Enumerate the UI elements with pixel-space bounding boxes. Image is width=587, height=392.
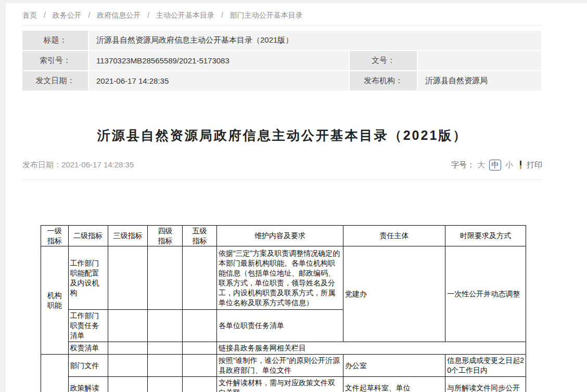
breadcrumb-separator: / xyxy=(147,11,149,19)
font-size-large-button[interactable]: 大 xyxy=(477,160,485,170)
header-level2-indicator: 二级指标 xyxy=(68,226,108,246)
document-meta-table: 标题： 沂源县自然资源局政府信息主动公开基本目录（2021版） 索引号： 113… xyxy=(22,31,542,92)
publish-date-label: 发布日期： xyxy=(22,160,61,169)
empty-cell xyxy=(148,246,183,310)
empty-cell xyxy=(108,355,148,377)
breadcrumb-separator: / xyxy=(221,11,223,19)
cell-row1-indicator2: 工作部门职能配置及内设机构 xyxy=(68,246,108,310)
breadcrumb: 首页 / 政务公开 / 政府信息公开 / 主动公开基本目录 / 部门主动公开基本… xyxy=(22,9,587,21)
meta-row-index: 索引号： 11370323MB28565589/2021-5173083 文号： xyxy=(22,51,542,71)
cell-row4-content: 按照“谁制作，谁公开”的原则公开沂源县政府部门、单位文件 xyxy=(216,355,343,377)
header-level4-indicator: 四级 指标 xyxy=(148,226,183,246)
header-responsible-body: 责任主体 xyxy=(343,226,445,246)
catalog-header-row: 一级 指标 二级指标 三级指标 四级 指标 五级 指标 维护内容及要求 责任主体… xyxy=(41,226,526,246)
empty-cell xyxy=(183,246,217,310)
breadcrumb-basic-catalog[interactable]: 主动公开基本目录 xyxy=(156,11,214,19)
page-left-margin xyxy=(0,0,6,392)
cell-row1-content: 依据“三定”方案及职责调整情况确定的本部门最新机构职能。各单位机构职能信息（包括… xyxy=(216,246,343,310)
font-size-controls: 字号： 大 中 小 打印 xyxy=(451,160,542,171)
cell-row5-responsible: 文件起草科室、单位 xyxy=(343,377,445,392)
meta-date-value: 2021-06-17 14:28:35 xyxy=(89,71,350,92)
meta-index-value: 11370323MB28565589/2021-5173083 xyxy=(89,51,350,71)
cell-row4-deadline: 信息形成或变更之日起20个工作日内 xyxy=(445,355,526,377)
page-title: 沂源县自然资源局政府信息主动公开基本目录（2021版） xyxy=(22,127,542,144)
publish-date: 发布日期：2021-06-17 14:28:35 xyxy=(22,160,134,170)
cell-row1-responsible: 党建办 xyxy=(343,246,445,342)
empty-cell xyxy=(148,377,183,392)
header-maintenance-content: 维护内容及要求 xyxy=(216,226,343,246)
empty-cell xyxy=(183,377,217,392)
meta-date-label: 发文日期： xyxy=(22,71,89,92)
header-level5-indicator: 五级 指标 xyxy=(183,226,217,246)
font-size-medium-button[interactable]: 中 xyxy=(489,160,501,171)
meta-agency-label: 发布机构： xyxy=(350,71,418,92)
publish-date-value: 2021-06-17 14:28:35 xyxy=(61,160,134,169)
cell-row5-content: 文件解读材料，需与对应政策文件双向关联 xyxy=(216,377,343,392)
meta-title-label: 标题： xyxy=(22,31,89,51)
meta-row-date: 发文日期： 2021-06-17 14:28:35 发布机构： 沂源县自然资源局 xyxy=(22,71,542,92)
cell-row2-indicator2: 工作部门职责任务清单 xyxy=(68,310,108,342)
breadcrumb-dept-catalog[interactable]: 部门主动公开基本目录 xyxy=(230,11,303,19)
empty-cell xyxy=(183,342,217,355)
breadcrumb-divider xyxy=(22,25,542,25)
breadcrumb-home[interactable]: 首页 xyxy=(22,11,37,19)
meta-index-label: 索引号： xyxy=(22,51,89,71)
header-time-limit: 时限要求及方式 xyxy=(445,226,526,246)
catalog-table: 一级 指标 二级指标 三级指标 四级 指标 五级 指标 维护内容及要求 责任主体… xyxy=(41,225,526,392)
header-level3-indicator: 三级指标 xyxy=(108,226,148,246)
empty-cell xyxy=(183,310,217,342)
font-size-small-button[interactable]: 小 xyxy=(505,160,513,170)
empty-cell xyxy=(108,310,148,342)
table-row: 部门文件 按照“谁制作，谁公开”的原则公开沂源县政府部门、单位文件 办公室 信息… xyxy=(41,355,526,377)
font-size-label: 字号： xyxy=(451,160,475,170)
empty-cell xyxy=(148,342,183,355)
table-row: 机构 职能 工作部门职能配置及内设机构 依据“三定”方案及职责调整情况确定的本部… xyxy=(41,246,526,310)
meta-docnum-label: 文号： xyxy=(350,51,418,71)
empty-cell xyxy=(108,377,148,392)
breadcrumb-separator: / xyxy=(88,11,91,19)
cell-row5-deadline: 与所解读文件同步公开 xyxy=(445,377,526,392)
cell-level1-org-functions: 机构 职能 xyxy=(41,246,69,355)
publish-info-bar: 发布日期：2021-06-17 14:28:35 字号： 大 中 小 打印 xyxy=(22,159,542,171)
meta-row-title: 标题： 沂源县自然资源局政府信息主动公开基本目录（2021版） xyxy=(22,31,542,51)
breadcrumb-gov-info-disclosure[interactable]: 政府信息公开 xyxy=(97,11,141,19)
cell-row3-content: 链接县政务服务网相关栏目 xyxy=(216,342,526,355)
content-panel: 首页 / 政务公开 / 政府信息公开 / 主动公开基本目录 / 部门主动公开基本… xyxy=(6,3,587,392)
empty-cell xyxy=(108,342,148,355)
table-row: 政策解读 文件解读材料，需与对应政策文件双向关联 文件起草科室、单位 与所解读文… xyxy=(41,377,526,392)
table-row: 权责清单 链接县政务服务网相关栏目 xyxy=(41,342,526,355)
cell-row2-content: 各单位职责任务清单 xyxy=(216,310,343,342)
meta-title-value: 沂源县自然资源局政府信息主动公开基本目录（2021版） xyxy=(89,31,542,51)
empty-cell xyxy=(108,246,148,310)
meta-agency-value: 沂源县自然资源局 xyxy=(418,71,542,92)
print-button[interactable]: 打印 xyxy=(527,160,542,170)
cell-row3-indicator2: 权责清单 xyxy=(68,342,108,355)
meta-docnum-value xyxy=(418,51,542,71)
empty-cell xyxy=(148,310,183,342)
cell-row4-indicator2: 部门文件 xyxy=(68,355,108,377)
cell-row4-responsible: 办公室 xyxy=(343,355,445,377)
print-divider-bar xyxy=(520,161,521,169)
article-divider xyxy=(22,179,542,180)
empty-cell xyxy=(148,355,183,377)
breadcrumb-open-government[interactable]: 政务公开 xyxy=(53,11,82,19)
header-level1-indicator: 一级 指标 xyxy=(41,226,69,246)
cell-level1-continuation xyxy=(41,355,69,392)
cell-row5-indicator2: 政策解读 xyxy=(68,377,108,392)
empty-cell xyxy=(183,355,217,377)
breadcrumb-separator: / xyxy=(44,11,46,19)
cell-row1-deadline: 一次性公开并动态调整 xyxy=(445,246,526,342)
